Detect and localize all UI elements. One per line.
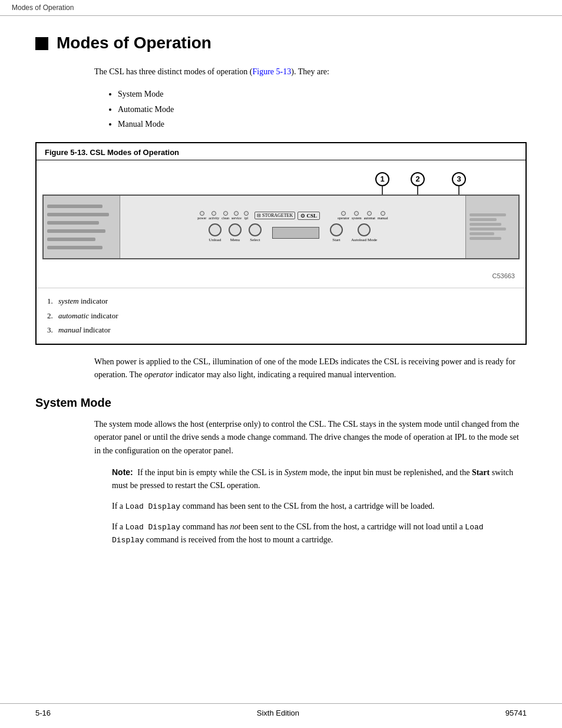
heading-square-icon [35,37,48,50]
list-item: Manual Mode [118,117,527,131]
footer: 5-16 Sixth Edition 95741 [0,703,562,717]
mode-leds: operator system automat [338,211,388,220]
device-bottom-row: Unload Menu Select [209,223,377,242]
intro-paragraph: The CSL has three distinct modes of oper… [94,65,527,78]
note-paragraph-3: If a Load Display command has not been s… [112,521,515,548]
footer-right: 95741 [505,709,527,717]
figure-inner: 1 2 3 [37,160,525,288]
list-item-term: system [58,297,79,305]
system-mode-body: The system mode allows the host (enterpr… [94,418,527,457]
left-buttons: Unload Menu Select [209,223,262,242]
figure-code: C53663 [42,270,520,282]
system-mode-heading: System Mode [35,396,527,410]
note-block: Note: If the input bin is empty while th… [112,466,515,547]
list-item: System Mode [118,87,527,101]
callout-3: 3 [452,172,466,186]
note-paragraph-1: Note: If the input bin is empty while th… [112,466,515,493]
figure-caption: Figure 5-13. CSL Modes of Operation [45,148,179,157]
footer-left: 5-16 [35,709,51,717]
select-button: Select [249,223,262,242]
autoload-mode-button: Autoload Mode [351,223,377,242]
led-power: power [197,211,206,220]
figure-link[interactable]: Figure 5-13 [253,67,292,76]
figure-list: 1. system indicator 2. automatic indicat… [37,288,525,344]
list-item: Automatic Mode [118,102,527,117]
device-center: power activity clean [120,196,465,258]
led-clean: clean [222,211,229,220]
note-paragraph-2: If a Load Display command has been sent … [112,500,515,513]
figure-box: Figure 5-13. CSL Modes of Operation 1 2 … [35,142,527,345]
chapter-heading: Modes of Operation [35,34,527,52]
led-automatic: automat [364,211,375,220]
device-left-panel [44,196,120,258]
menu-button: Menu [229,223,242,242]
modes-list: System Mode Automatic Mode Manual Mode [118,87,527,131]
list-item-term: automatic [58,311,89,320]
device-top-row: power activity clean [197,211,388,220]
callout-1: 1 [375,172,389,186]
breadcrumb-text: Modes of Operation [12,4,74,12]
device-body: power activity clean [42,195,520,259]
csl-badge: ⊙ CSL [297,212,320,220]
device-right-panel [465,196,518,258]
breadcrumb: Modes of Operation [0,0,562,16]
led-system: system [352,211,362,220]
start-button: Start [330,223,343,242]
page-title: Modes of Operation [57,34,211,52]
callout-2: 2 [411,172,425,186]
list-item: 2. automatic indicator [45,309,517,324]
list-item: 1. system indicator [45,294,517,309]
brand-area: ⊟ STORAGETEK ⊙ CSL [254,212,320,220]
brand-icon: ⊟ STORAGETEK [254,212,295,219]
device-diagram: 1 2 3 [42,170,520,270]
unload-button: Unload [209,223,222,242]
led-activity: activity [209,211,219,220]
insert-slot [272,227,319,239]
mode-buttons: Start Autoload Mode [330,223,377,242]
led-group: power activity clean [197,211,249,220]
list-item-term: manual [58,325,81,334]
footer-center: Sixth Edition [257,709,299,717]
led-manual: manual [378,211,388,220]
list-item: 3. manual indicator [45,323,517,338]
led-service: service [232,211,242,220]
led-operator: operator [338,211,349,220]
led-ipl: ipl [244,211,249,220]
power-paragraph: When power is applied to the CSL, illumi… [94,355,527,382]
